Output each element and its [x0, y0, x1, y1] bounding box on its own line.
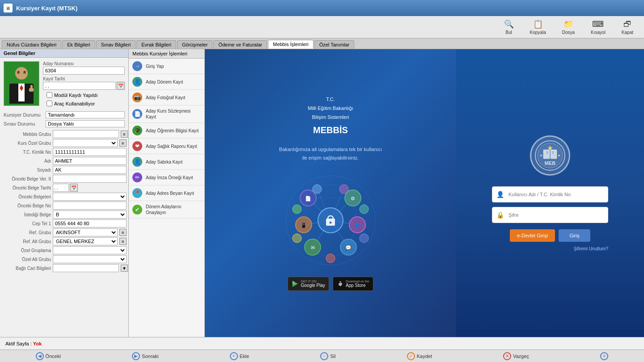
tab-ek[interactable]: Ek Bilgileri: [62, 40, 95, 49]
ref-alt-grubu-label: Ref. Alt Grubu: [2, 239, 51, 244]
soyadi-input[interactable]: [53, 166, 127, 174]
svg-text:💬: 💬: [345, 244, 352, 251]
ekle-button[interactable]: + Ekle: [223, 350, 256, 362]
kaydet-button[interactable]: ✓ Kaydet: [400, 350, 439, 362]
user-icon: 👤: [496, 191, 504, 198]
ref-alt-grubu-btn[interactable]: ≡: [119, 238, 127, 245]
ozel-alt-grubu-row: Özel Alt Grubu: [2, 255, 127, 263]
onceki-belge-ver-input[interactable]: [53, 175, 127, 183]
kisayol-button[interactable]: ⌨ Kısayol: [587, 17, 609, 37]
kursiyer-durumu-row: Kursiyer Durumu Tamamlandı: [0, 110, 128, 119]
folder-icon: 📁: [564, 19, 573, 29]
kurs-ozel-grubu-select[interactable]: [53, 139, 118, 147]
forgot-password-link[interactable]: Şifremi Unuttum?: [492, 246, 608, 251]
sonraki-icon: ▶: [132, 352, 140, 360]
aktif-sayfa-label: Aktif Sayfa :: [5, 341, 32, 346]
aday-donem-kayit-item[interactable]: 👤 Aday Dönem Kayıt: [129, 74, 204, 90]
kurs-ozel-grubu-btn[interactable]: ≡: [119, 139, 127, 147]
tab-nufus[interactable]: Nüfus Cüzdanı Bilgileri: [2, 40, 61, 49]
onceki-belge-tarihi-calendar-btn[interactable]: 📅: [70, 184, 78, 192]
aday-imza-item[interactable]: ✏ Aday İmza Örneği Kayıt: [129, 170, 204, 185]
aday-kurs-icon: 📄: [132, 109, 142, 119]
aday-saglik-item[interactable]: ❤ Aday Sağlık Raporu Kayıt: [129, 139, 204, 154]
istedigi-belge-select[interactable]: B: [53, 210, 127, 219]
modul-kaydi-checkbox[interactable]: [47, 92, 52, 98]
password-input[interactable]: [492, 207, 608, 223]
aday-imza-icon: ✏: [132, 173, 142, 182]
tab-gorusme[interactable]: Görüşmeler: [177, 40, 212, 49]
search-icon: 🔍: [504, 19, 514, 29]
onceki-belge-no-row: Önceki Belge No: [2, 202, 127, 210]
arac-kullanabiliyor-checkbox[interactable]: [47, 101, 52, 106]
cep-tel-input[interactable]: [53, 219, 127, 227]
onceki-button[interactable]: ◀ Önceki: [29, 350, 68, 362]
menu-button[interactable]: ≡: [593, 350, 615, 362]
close-icon: 🗗: [623, 20, 631, 29]
tab-sinav[interactable]: Sınav Bilgileri: [96, 40, 136, 49]
kayit-tarihi-calendar-button[interactable]: 📅: [117, 82, 125, 90]
ref-grubu-btn[interactable]: ≡: [119, 229, 127, 236]
donem-onayla-label: Dönem Adaylarını Onaylayın: [146, 204, 201, 215]
aday-sabika-label: Aday Sabıka Kayıt: [146, 159, 182, 165]
photo-box: [4, 61, 39, 106]
kurs-ozel-grubu-row: Kurs Özel Grubu ≡: [2, 139, 127, 147]
tab-mebbis[interactable]: Mebbis İşlemleri: [268, 40, 313, 49]
svg-rect-53: [551, 150, 557, 159]
bagli-cari-row: Bağlı Cari Bilgileri ▼ ≡: [2, 264, 127, 272]
password-wrap: 🔒: [492, 207, 608, 223]
username-input[interactable]: [492, 186, 608, 202]
sonraki-button[interactable]: ▶ Sonraki: [125, 350, 165, 362]
aday-fotograf-label: Aday Fotoğraf Kayıt: [146, 95, 185, 101]
google-play-button[interactable]: GET IT ON Google Play: [288, 277, 329, 291]
kayit-tarihi-input[interactable]: [43, 82, 116, 90]
ozel-alt-grubu-select[interactable]: [53, 255, 127, 263]
kapat-button[interactable]: 🗗 Kapat: [618, 18, 637, 37]
tab-odeme[interactable]: Ödeme ve Faturalar: [213, 40, 267, 49]
mebbis-desc: Bakanlığımıza ait uygulamalara tek bir k…: [279, 145, 382, 162]
aday-numarasi-input[interactable]: [43, 67, 125, 75]
onceki-belge-no-input[interactable]: [53, 202, 127, 210]
onceki-belge-tarihi-input[interactable]: [53, 184, 69, 192]
dosya-button[interactable]: 📁 Dosya: [559, 17, 578, 37]
adi-row: Adı: [2, 157, 127, 165]
ref-alt-grubu-select[interactable]: GENEL MERKEZ: [53, 237, 118, 245]
sil-button[interactable]: − Sil: [313, 350, 343, 362]
bagli-cari-label: Bağlı Cari Bilgileri: [2, 266, 51, 271]
ref-grubu-select[interactable]: AKINSOFT: [53, 228, 118, 236]
adi-label: Adı: [2, 159, 51, 164]
ekle-icon: +: [230, 352, 238, 360]
ozel-alt-grubu-label: Özel Alt Grubu: [2, 257, 51, 262]
aday-kurs-sozlesmesi-item[interactable]: 📄 Aday Kurs Sözleşmesi Kayıt: [129, 105, 204, 123]
aday-sabika-item[interactable]: 👤 Aday Sabıka Kayıt: [129, 154, 204, 170]
aday-adres-item[interactable]: 📍 Aday Adres Beyan Kayıt: [129, 185, 204, 201]
tc-kimlik-input[interactable]: [53, 148, 127, 156]
edevlet-button[interactable]: e-Devlet Girişi: [510, 229, 555, 242]
donem-aday-onayla-item[interactable]: ✔ Dönem Adaylarını Onaylayın: [129, 201, 204, 219]
tab-ozel[interactable]: Özel Tanımlar: [314, 40, 355, 49]
svg-text:👤: 👤: [354, 222, 360, 228]
mebbis-grubu-input[interactable]: [53, 130, 119, 138]
svg-point-59: [540, 155, 542, 156]
mebbis-grubu-btn[interactable]: ≡: [121, 130, 128, 138]
vazgec-button[interactable]: ✕ Vazgeç: [496, 350, 536, 362]
aday-ogrenim-item[interactable]: 🎓 Aday Öğrenim Bilgisi Kayıt: [129, 123, 204, 139]
giris-button[interactable]: Giriş: [559, 229, 590, 242]
form-fields: Mebbis Grubu ≡ Kurs Özel Grubu ≡ T.C. Ki…: [0, 128, 128, 274]
tab-evrak[interactable]: Evrak Bilgileri: [136, 40, 176, 49]
giris-yap-item[interactable]: → Giriş Yap: [129, 59, 204, 74]
adi-input[interactable]: [53, 157, 127, 165]
svg-point-8: [24, 72, 25, 73]
bul-button[interactable]: 🔍 Bul: [500, 17, 517, 37]
kopyala-button[interactable]: 📋 Kopyala: [526, 17, 550, 37]
svg-point-43: [360, 205, 369, 214]
app-store-label: App Store: [346, 283, 369, 288]
aday-fotograf-item[interactable]: 📷 Aday Fotoğraf Kayıt: [129, 90, 204, 105]
kursiyer-durumu-value: Tamamlandı: [46, 111, 125, 118]
bagli-cari-btn1[interactable]: ▼: [121, 265, 128, 272]
aday-imza-label: Aday İmza Örneği Kayıt: [146, 175, 193, 181]
app-store-button[interactable]: Download on the App Store: [333, 277, 373, 291]
onceki-belgeleri-select[interactable]: [53, 193, 127, 201]
bagli-cari-input[interactable]: [53, 264, 119, 272]
onceki-belge-ver-row: Önceki Belge Ver. II: [2, 175, 127, 183]
ozel-gruplama-select[interactable]: [53, 246, 127, 254]
